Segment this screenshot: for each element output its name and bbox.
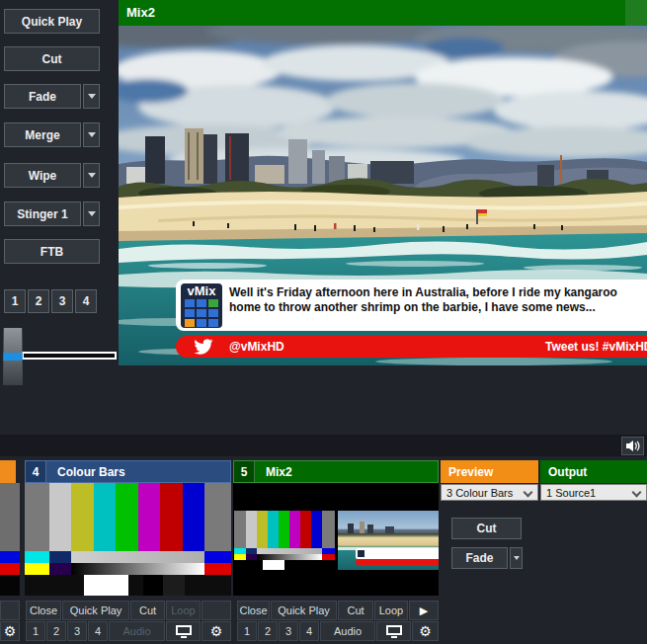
n3: 3 bbox=[285, 625, 291, 637]
input-4-header[interactable]: 4 Colour Bars bbox=[25, 460, 231, 483]
program-title-edge bbox=[625, 0, 647, 26]
cut-label: Cut bbox=[42, 52, 62, 66]
preview-source-select[interactable]: 3 Colour Bars bbox=[441, 484, 538, 501]
merge-label: Merge bbox=[25, 128, 59, 142]
vmix-logo: vMix bbox=[181, 283, 222, 328]
speaker-icon bbox=[625, 440, 640, 452]
wipe-dropdown-arrow[interactable] bbox=[83, 163, 100, 188]
output-source-value: 1 Source1 bbox=[546, 487, 596, 499]
input-4-overlay-2[interactable]: 2 bbox=[46, 621, 66, 641]
merge-dropdown-arrow[interactable] bbox=[83, 122, 100, 147]
input-3-preview-fragment[interactable] bbox=[0, 483, 20, 596]
input-4-settings-button[interactable]: ⚙ bbox=[202, 621, 231, 641]
input-4-overlay-4[interactable]: 4 bbox=[88, 621, 108, 641]
input-5-overlay-2[interactable]: 2 bbox=[258, 621, 278, 641]
tbar-stripe bbox=[3, 353, 23, 361]
input-4-loop-button[interactable]: Loop bbox=[166, 601, 201, 620]
input-5-settings-button[interactable]: ⚙ bbox=[412, 621, 439, 641]
overlay-3-button[interactable]: 3 bbox=[51, 289, 73, 313]
input-5-preview[interactable] bbox=[233, 483, 439, 596]
overlay-1-label: 1 bbox=[12, 294, 19, 308]
input-5-title: Mix2 bbox=[255, 465, 292, 479]
input-4-number: 4 bbox=[26, 461, 46, 482]
input-5-quickplay-button[interactable]: Quick Play bbox=[271, 601, 337, 620]
ticker-bar: @vMixHD Tweet us! #vMixHD bbox=[176, 336, 647, 358]
program-title: Mix2 bbox=[126, 5, 155, 20]
input-4-fullscreen-button[interactable] bbox=[166, 621, 201, 641]
monitor-icon bbox=[386, 625, 402, 638]
preview-header: Preview bbox=[441, 460, 538, 483]
cut-label: Cut bbox=[347, 604, 364, 616]
input-4-preview[interactable] bbox=[25, 483, 231, 596]
quick-play-label: Quick Play bbox=[22, 15, 82, 29]
master-audio-button[interactable] bbox=[621, 437, 644, 455]
gear-icon: ⚙ bbox=[210, 624, 223, 638]
wipe-button[interactable]: Wipe bbox=[4, 163, 81, 188]
cut-button[interactable]: Cut bbox=[4, 46, 100, 71]
vmix-logo-text: vMix bbox=[181, 284, 222, 297]
input-5-fullscreen-button[interactable] bbox=[376, 621, 411, 641]
output-header: Output bbox=[540, 460, 647, 483]
n1: 1 bbox=[244, 625, 250, 637]
input-3-header-fragment[interactable] bbox=[0, 460, 16, 483]
fade-label: Fade bbox=[29, 90, 56, 104]
preview-source-value: 3 Colour Bars bbox=[446, 487, 513, 499]
n1: 1 bbox=[33, 625, 39, 637]
panel-cut-button[interactable]: Cut bbox=[451, 518, 522, 539]
overlay-1-button[interactable]: 1 bbox=[4, 289, 26, 313]
chevron-down-icon bbox=[514, 556, 520, 560]
stinger-dropdown-arrow[interactable] bbox=[83, 201, 100, 226]
loop-label: Loop bbox=[379, 604, 403, 616]
n2: 2 bbox=[53, 625, 59, 637]
quickplay-label: Quick Play bbox=[278, 604, 330, 616]
panel-fade-dropdown-arrow[interactable] bbox=[510, 547, 523, 569]
chevron-down-icon bbox=[88, 94, 96, 99]
tbar-handle[interactable] bbox=[3, 328, 23, 385]
audio-label: Audio bbox=[334, 625, 362, 637]
overlay-4-label: 4 bbox=[83, 294, 90, 308]
close-label: Close bbox=[239, 604, 267, 616]
fade-dropdown-arrow[interactable] bbox=[83, 84, 100, 109]
input-3-settings-button[interactable]: ⚙ bbox=[0, 621, 20, 641]
input-5-close-button[interactable]: Close bbox=[237, 601, 270, 620]
panel-fade-label: Fade bbox=[465, 551, 493, 565]
play-icon: ▶ bbox=[420, 605, 428, 616]
input-5-overlay-1[interactable]: 1 bbox=[237, 621, 257, 641]
input-4-quickplay-button[interactable]: Quick Play bbox=[62, 601, 129, 620]
input-5-overlay-3[interactable]: 3 bbox=[279, 621, 298, 641]
output-label: Output bbox=[548, 465, 587, 479]
input-4-cut-button[interactable]: Cut bbox=[130, 601, 165, 620]
merge-button[interactable]: Merge bbox=[4, 122, 81, 147]
n4: 4 bbox=[306, 625, 312, 637]
stinger-button[interactable]: Stinger 1 bbox=[4, 201, 81, 226]
overlay-2-button[interactable]: 2 bbox=[28, 289, 49, 313]
chevron-down-icon bbox=[88, 173, 96, 178]
ticker-handle: @vMixHD bbox=[229, 340, 284, 354]
input-4-audio-button[interactable]: Audio bbox=[109, 621, 165, 641]
input-5-header[interactable]: 5 Mix2 bbox=[233, 460, 439, 483]
n4: 4 bbox=[95, 625, 101, 637]
output-source-select[interactable]: 1 Source1 bbox=[540, 484, 647, 501]
input-4-close-button[interactable]: Close bbox=[26, 601, 61, 620]
ftb-label: FTB bbox=[40, 245, 63, 259]
input-4-spacer-tile bbox=[202, 601, 231, 620]
panel-fade-button[interactable]: Fade bbox=[451, 547, 508, 569]
tbar-track[interactable] bbox=[22, 352, 117, 360]
n2: 2 bbox=[265, 625, 271, 637]
input-5-loop-button[interactable]: Loop bbox=[374, 601, 408, 620]
ftb-button[interactable]: FTB bbox=[4, 239, 100, 264]
input-5-cut-button[interactable]: Cut bbox=[338, 601, 373, 620]
fade-button[interactable]: Fade bbox=[4, 84, 81, 109]
input-5-number: 5 bbox=[234, 461, 255, 482]
input-4-overlay-3[interactable]: 3 bbox=[67, 621, 87, 641]
chevron-down-icon bbox=[88, 132, 96, 137]
overlay-4-button[interactable]: 4 bbox=[75, 289, 97, 313]
input-5-audio-button[interactable]: Audio bbox=[320, 621, 375, 641]
quick-play-button[interactable]: Quick Play bbox=[4, 9, 100, 34]
monitor-icon bbox=[176, 625, 192, 638]
inputs-toolbar-strip bbox=[0, 435, 647, 456]
input-4-overlay-1[interactable]: 1 bbox=[26, 621, 45, 641]
cut-label: Cut bbox=[139, 604, 156, 616]
input-5-overlay-4[interactable]: 4 bbox=[299, 621, 319, 641]
input-5-play-button[interactable]: ▶ bbox=[409, 601, 439, 620]
